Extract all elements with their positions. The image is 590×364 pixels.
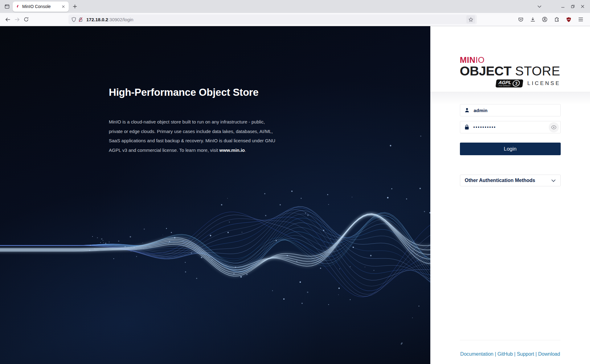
login-form: admin ••••••••••: [460, 104, 561, 186]
tab-title: MinIO Console: [22, 4, 57, 9]
extensions-icon[interactable]: [552, 15, 561, 24]
object-store-wordmark: OBJECT STORE: [460, 64, 561, 78]
window-controls: [535, 2, 588, 11]
url-host: 172.18.0.2: [86, 17, 108, 22]
username-value: admin: [474, 108, 488, 113]
restore-icon[interactable]: [568, 2, 578, 11]
tab-strip: MinIO Console: [0, 0, 590, 13]
hero-copy: High-Performance Object Store MinIO is a…: [109, 87, 278, 155]
menu-hamburger-icon[interactable]: [576, 15, 585, 24]
footer-links: Documentation | GitHub | Support | Downl…: [430, 340, 590, 364]
username-field[interactable]: admin: [460, 104, 561, 116]
brand-section: MINIO OBJECT STORE AGPL Free Software 3 …: [430, 26, 590, 92]
toolbar-icons: uO: [516, 15, 587, 24]
minio-logo: MINIO OBJECT STORE AGPL Free Software 3 …: [460, 56, 561, 87]
github-link[interactable]: GitHub: [498, 351, 513, 357]
hero-title: High-Performance Object Store: [109, 87, 278, 98]
show-password-eye-icon[interactable]: [549, 122, 559, 132]
footer-separator: |: [513, 351, 517, 357]
tabs-list-chevron-icon[interactable]: [535, 2, 544, 11]
window-close-icon[interactable]: [578, 2, 588, 11]
agpl-label: AGPL: [498, 80, 511, 85]
tab-close-icon[interactable]: [60, 3, 67, 10]
downloads-icon[interactable]: [528, 15, 537, 24]
agpl-v3-badge: AGPL Free Software 3: [495, 79, 523, 87]
svg-text:uO: uO: [567, 18, 570, 20]
password-masked-value: ••••••••••: [473, 125, 496, 130]
free-software-label: Free Software: [499, 85, 510, 86]
password-field[interactable]: ••••••••••: [460, 121, 561, 133]
license-row: AGPL Free Software 3 LICENSE: [460, 79, 561, 87]
hero-description-text: MinIO is a cloud-native object store bui…: [109, 119, 275, 153]
login-footer: Documentation | GitHub | Support | Downl…: [430, 340, 590, 364]
forward-icon[interactable]: [12, 15, 22, 24]
bookmark-star-icon[interactable]: [466, 15, 475, 23]
adblocker-shield-icon[interactable]: uO: [564, 15, 573, 24]
account-icon[interactable]: [540, 15, 549, 24]
other-auth-label: Other Authentication Methods: [465, 178, 535, 183]
firefox-view-icon[interactable]: [2, 2, 12, 11]
insecure-lock-icon[interactable]: [78, 17, 83, 22]
browser-window: MinIO Console: [0, 0, 590, 364]
tab-favicon-minio-flamingo-icon: [15, 4, 20, 9]
url-path: :30902/login: [108, 17, 133, 22]
hero-panel: High-Performance Object Store MinIO is a…: [0, 26, 430, 364]
new-tab-icon[interactable]: [70, 2, 80, 11]
minimize-icon[interactable]: [558, 2, 568, 11]
login-form-section: admin ••••••••••: [430, 92, 590, 364]
back-icon[interactable]: [3, 15, 12, 24]
wave-background-graphic: [0, 26, 430, 364]
reload-icon[interactable]: [22, 15, 31, 24]
agpl-version: 3: [512, 79, 520, 87]
other-auth-methods-toggle[interactable]: Other Authentication Methods: [460, 175, 561, 186]
download-link[interactable]: Download: [538, 351, 560, 357]
page-content: High-Performance Object Store MinIO is a…: [0, 26, 590, 364]
tracking-shield-icon[interactable]: [72, 17, 76, 22]
tab-minio-console[interactable]: MinIO Console: [13, 2, 69, 12]
support-link[interactable]: Support: [517, 351, 534, 357]
documentation-link[interactable]: Documentation: [460, 351, 494, 357]
url-bar[interactable]: 172.18.0.2:30902/login: [68, 14, 477, 24]
brand-store: STORE: [515, 64, 560, 78]
brand-object: OBJECT: [460, 64, 511, 78]
lock-icon: [464, 124, 469, 130]
hero-link-suffix: .: [245, 148, 246, 153]
url-text[interactable]: 172.18.0.2:30902/login: [86, 17, 464, 22]
minio-wordmark: MINIO: [460, 56, 561, 64]
hero-description: MinIO is a cloud-native object store bui…: [109, 117, 278, 155]
user-icon: [464, 107, 470, 113]
license-label: LICENSE: [527, 80, 561, 87]
footer-separator: |: [534, 351, 538, 357]
pocket-icon[interactable]: [516, 15, 525, 24]
brand-min: MIN: [460, 55, 476, 65]
browser-toolbar: 172.18.0.2:30902/login: [0, 13, 590, 26]
brand-io: IO: [476, 55, 485, 65]
minio-website-link[interactable]: www.min.io: [219, 148, 245, 153]
login-button[interactable]: Login: [460, 143, 561, 155]
chevron-down-icon: [551, 179, 556, 182]
login-panel: MINIO OBJECT STORE AGPL Free Software 3 …: [430, 26, 590, 364]
footer-separator: |: [494, 351, 498, 357]
